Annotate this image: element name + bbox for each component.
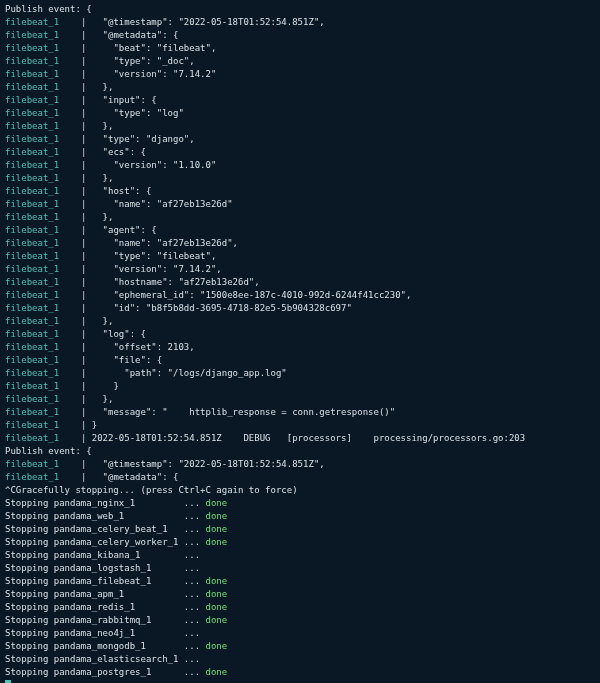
status-done: done <box>206 576 228 586</box>
log-prefix: filebeat_1 <box>5 238 59 248</box>
dots: ... <box>184 524 206 534</box>
log-line: filebeat_1 | } <box>5 380 595 393</box>
log-prefix: filebeat_1 <box>5 69 59 79</box>
json-fragment: "type": "filebeat", <box>92 251 217 261</box>
log-prefix: filebeat_1 <box>5 30 59 40</box>
log-prefix: filebeat_1 <box>5 264 59 274</box>
log-prefix: filebeat_1 <box>5 17 59 27</box>
status-done: done <box>206 537 228 547</box>
status-done: done <box>206 602 228 612</box>
json-fragment: "type": "django", <box>92 134 195 144</box>
json-fragment: "version": "7.14.2" <box>92 69 217 79</box>
terminal-output[interactable]: Publish event: {filebeat_1 | "@timestamp… <box>0 0 600 683</box>
log-line: Stopping pandama_elasticsearch_1 ... <box>5 653 595 666</box>
status-done: done <box>206 667 228 677</box>
log-line: filebeat_1 | } <box>5 419 595 432</box>
stop-verb: Stopping <box>5 654 54 664</box>
debug-entry: 2022-05-18T01:52:54.851Z DEBUG [processo… <box>92 433 525 443</box>
log-prefix: filebeat_1 <box>5 355 59 365</box>
log-line: filebeat_1 | }, <box>5 393 595 406</box>
log-line: filebeat_1 | }, <box>5 81 595 94</box>
log-line: Stopping pandama_celery_beat_1 ... done <box>5 523 595 536</box>
json-fragment: }, <box>92 121 114 131</box>
graceful-stop-msg: ^CGracefully stopping... (press Ctrl+C a… <box>5 485 298 495</box>
stop-verb: Stopping <box>5 589 54 599</box>
log-line: Publish event: { <box>5 445 595 458</box>
log-line: Stopping pandama_nginx_1 ... done <box>5 497 595 510</box>
dots: ... <box>184 498 206 508</box>
service-name: pandama_elasticsearch_1 <box>54 654 179 664</box>
log-prefix: filebeat_1 <box>5 342 59 352</box>
log-prefix: filebeat_1 <box>5 251 59 261</box>
dots: ... <box>184 641 206 651</box>
dots: ... <box>184 537 206 547</box>
log-line: filebeat_1 | "name": "af27eb13e26d", <box>5 237 595 250</box>
service-name: pandama_nginx_1 <box>54 498 135 508</box>
log-prefix: filebeat_1 <box>5 95 59 105</box>
service-name: pandama_web_1 <box>54 511 124 521</box>
json-fragment: }, <box>92 316 114 326</box>
log-prefix: filebeat_1 <box>5 394 59 404</box>
log-line: filebeat_1 | "input": { <box>5 94 595 107</box>
log-line: Stopping pandama_rabbitmq_1 ... done <box>5 614 595 627</box>
json-fragment: "message": " httplib_response = conn.get… <box>92 407 395 417</box>
log-prefix: filebeat_1 <box>5 43 59 53</box>
log-prefix: filebeat_1 <box>5 368 59 378</box>
service-name: pandama_redis_1 <box>54 602 135 612</box>
stop-verb: Stopping <box>5 537 54 547</box>
json-fragment: "ephemeral_id": "1500e8ee-187c-4010-992d… <box>92 290 412 300</box>
log-line: filebeat_1 | "version": "1.10.0" <box>5 159 595 172</box>
log-line: filebeat_1 | "@metadata": { <box>5 29 595 42</box>
log-line: filebeat_1 | "type": "_doc", <box>5 55 595 68</box>
json-fragment: "offset": 2103, <box>92 342 195 352</box>
json-fragment: "version": "7.14.2", <box>92 264 222 274</box>
stop-verb: Stopping <box>5 563 54 573</box>
dots: ... <box>184 563 206 573</box>
json-fragment: "@metadata": { <box>92 30 179 40</box>
log-line: filebeat_1 | "name": "af27eb13e26d" <box>5 198 595 211</box>
service-name: pandama_kibana_1 <box>54 550 141 560</box>
log-prefix: filebeat_1 <box>5 433 59 443</box>
json-fragment: "beat": "filebeat", <box>92 43 217 53</box>
dots: ... <box>184 550 206 560</box>
service-name: pandama_apm_1 <box>54 589 124 599</box>
log-line: filebeat_1 | "ecs": { <box>5 146 595 159</box>
log-line: filebeat_1 | }, <box>5 211 595 224</box>
log-line: filebeat_1 | "host": { <box>5 185 595 198</box>
json-fragment: "type": "log" <box>92 108 184 118</box>
stop-verb: Stopping <box>5 550 54 560</box>
log-prefix: filebeat_1 <box>5 82 59 92</box>
log-line: filebeat_1 | "log": { <box>5 328 595 341</box>
log-prefix: filebeat_1 <box>5 316 59 326</box>
log-prefix: filebeat_1 <box>5 199 59 209</box>
log-line: filebeat_1 | "type": "django", <box>5 133 595 146</box>
log-prefix: filebeat_1 <box>5 212 59 222</box>
log-line: filebeat_1 | "ephemeral_id": "1500e8ee-1… <box>5 289 595 302</box>
service-name: pandama_mongodb_1 <box>54 641 146 651</box>
json-fragment: "path": "/logs/django_app.log" <box>92 368 287 378</box>
log-line: filebeat_1 | }, <box>5 315 595 328</box>
service-name: pandama_logstash_1 <box>54 563 152 573</box>
log-line: filebeat_1 | "version": "7.14.2" <box>5 68 595 81</box>
dots: ... <box>184 667 206 677</box>
stop-verb: Stopping <box>5 615 54 625</box>
service-name: pandama_celery_worker_1 <box>54 537 179 547</box>
log-line: Stopping pandama_logstash_1 ... <box>5 562 595 575</box>
log-line: filebeat_1 | "type": "log" <box>5 107 595 120</box>
log-line: Stopping pandama_redis_1 ... done <box>5 601 595 614</box>
dots: ... <box>184 628 206 638</box>
status-done: done <box>206 641 228 651</box>
json-fragment: "version": "1.10.0" <box>92 160 217 170</box>
log-prefix: filebeat_1 <box>5 121 59 131</box>
log-line: Stopping pandama_kibana_1 ... <box>5 549 595 562</box>
log-line: filebeat_1 | "hostname": "af27eb13e26d", <box>5 276 595 289</box>
log-prefix: filebeat_1 <box>5 303 59 313</box>
service-name: pandama_filebeat_1 <box>54 576 152 586</box>
json-fragment: "file": { <box>92 355 162 365</box>
json-fragment: "@timestamp": "2022-05-18T01:52:54.851Z"… <box>92 17 325 27</box>
log-prefix: filebeat_1 <box>5 329 59 339</box>
log-prefix: filebeat_1 <box>5 472 59 482</box>
log-prefix: filebeat_1 <box>5 186 59 196</box>
log-line: filebeat_1 | "id": "b8f5b8dd-3695-4718-8… <box>5 302 595 315</box>
log-prefix: filebeat_1 <box>5 56 59 66</box>
